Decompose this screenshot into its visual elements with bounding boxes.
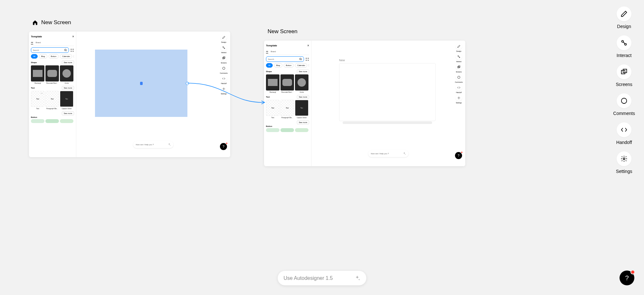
screen-2-title[interactable]: New Screen [268, 28, 298, 35]
help-badge-2[interactable]: ? [455, 152, 462, 159]
tool-settings[interactable]: Settings [616, 151, 632, 174]
filter-icon[interactable] [70, 48, 74, 52]
selected-element[interactable] [95, 50, 187, 117]
button-template-1[interactable] [31, 119, 44, 123]
button-see-more-top[interactable]: See more [297, 120, 309, 124]
mini-screens[interactable]: Screens [456, 64, 462, 73]
browser-shadow [343, 121, 432, 124]
shape-rounded-rect[interactable] [45, 65, 59, 81]
tool-design-label: Design [617, 24, 631, 29]
mini-screens[interactable]: Screens [221, 55, 227, 64]
mini-comments[interactable]: Comments [220, 65, 228, 74]
global-help-button[interactable]: ? [620, 271, 634, 285]
tool-design[interactable]: Design [617, 6, 631, 29]
tab-all[interactable]: All [31, 41, 33, 44]
button-see-more-top[interactable]: See more [62, 111, 74, 115]
svg-point-5 [623, 158, 625, 160]
tool-interact[interactable]: Interact [617, 35, 632, 58]
ai-prompt-bar-1[interactable]: How can I help you ? [133, 141, 174, 148]
close-icon[interactable]: × [307, 44, 309, 47]
filter-icon[interactable] [305, 57, 309, 61]
tab-brand[interactable]: Brand [271, 50, 276, 53]
shape-rectangle[interactable] [266, 74, 279, 90]
mini-handoff[interactable]: Handoff [221, 75, 227, 84]
shape-name-circle: Circle [295, 91, 308, 93]
mini-design[interactable]: Design [221, 34, 227, 43]
chip-calendar[interactable]: Calendar [60, 54, 72, 59]
tab-brand[interactable]: Brand [36, 41, 41, 44]
mini-interact[interactable]: Interact [456, 53, 462, 62]
screen-1-title[interactable]: New Screen [41, 19, 71, 26]
canvas-2[interactable]: New How can I help you ? ? Design Intera… [311, 41, 465, 166]
mini-comments[interactable]: Comments [455, 74, 463, 83]
svg-point-4 [621, 98, 627, 104]
connection-anchor[interactable] [186, 82, 189, 85]
ai-prompt-bar-2[interactable]: How can I help you ? [368, 150, 409, 157]
mini-settings[interactable]: Settings [221, 86, 227, 95]
right-toolbar: Design Interact Screens Comments Handoff… [613, 6, 635, 174]
text-see-more[interactable]: See more [297, 95, 309, 99]
mini-handoff[interactable]: Handoff [456, 84, 462, 93]
button-template-3[interactable] [295, 128, 308, 132]
text-card-1[interactable]: Text⋯ [31, 91, 44, 107]
chip-all[interactable]: All [31, 54, 38, 59]
screen-1-title-row: New Screen [32, 19, 71, 26]
canvas-1[interactable]: How can I help you ? ? Design Interact S… [76, 32, 230, 157]
chip-button[interactable]: Button [49, 54, 59, 59]
button-template-2[interactable] [280, 128, 294, 132]
button-template-2[interactable] [45, 119, 59, 123]
chip-all[interactable]: All [266, 63, 273, 68]
shape-circle[interactable] [60, 65, 73, 81]
notification-dot [226, 142, 228, 144]
mini-settings[interactable]: Settings [456, 95, 462, 104]
svg-point-6 [65, 49, 66, 51]
chip-button[interactable]: Button [284, 63, 294, 68]
text-card-2[interactable]: Text [280, 100, 294, 116]
chip-blog[interactable]: Blog [274, 63, 282, 68]
search-input[interactable] [268, 58, 292, 60]
help-badge-1[interactable]: ? [220, 143, 227, 150]
search-input[interactable] [33, 49, 57, 51]
notification-dot [461, 151, 463, 153]
chip-more[interactable]: C [73, 54, 74, 59]
button-template-3[interactable] [60, 119, 73, 123]
screen-frame-2[interactable]: Template × All Brand All Blog Button Cal… [264, 41, 465, 166]
search-box[interactable] [31, 47, 69, 53]
chip-calendar[interactable]: Calendar [295, 63, 307, 68]
close-icon[interactable]: × [72, 35, 74, 38]
chip-more[interactable]: C [308, 63, 309, 68]
tab-all[interactable]: All [266, 50, 268, 53]
button-grid [31, 119, 74, 123]
shape-rounded-rect[interactable] [280, 74, 294, 90]
template-panel-1: Template × All Brand All Blog Button Cal… [29, 32, 76, 157]
text-card-3[interactable]: Tex [60, 91, 73, 107]
tool-handoff[interactable]: Handoff [616, 122, 632, 145]
shape-see-more[interactable]: See more [62, 61, 74, 64]
shape-name-circle: Circle [60, 82, 73, 84]
section-button-label: Button [266, 125, 272, 127]
shape-rectangle[interactable] [31, 65, 44, 81]
text-card-3[interactable]: Tex [295, 100, 308, 116]
settings-icon [617, 151, 631, 166]
dots-icon[interactable]: ⋯ [41, 92, 43, 95]
svg-point-21 [308, 60, 308, 61]
tool-comments[interactable]: Comments [613, 93, 635, 116]
mini-design[interactable]: Design [456, 43, 462, 52]
sparkle-icon [354, 275, 361, 281]
mini-interact[interactable]: Interact [221, 44, 227, 53]
text-card-2[interactable]: Text [45, 91, 59, 107]
text-name-1: Text [31, 108, 44, 109]
comments-icon [617, 93, 631, 108]
browser-mockup[interactable] [339, 63, 436, 121]
tool-screens[interactable]: Screens [616, 64, 632, 87]
shape-circle[interactable] [295, 74, 308, 90]
screen-frame-1[interactable]: Template × All Brand All Blog Button Cal… [29, 32, 230, 157]
shape-grid [31, 65, 74, 81]
autodesigner-bar[interactable]: Use Autodesigner 1.5 [278, 271, 366, 285]
text-card-1[interactable]: Text [266, 100, 279, 116]
chip-blog[interactable]: Blog [39, 54, 47, 59]
button-template-1[interactable] [266, 128, 279, 132]
shape-see-more[interactable]: See more [297, 70, 309, 73]
search-box[interactable] [266, 56, 304, 62]
text-see-more[interactable]: See more [62, 86, 74, 90]
